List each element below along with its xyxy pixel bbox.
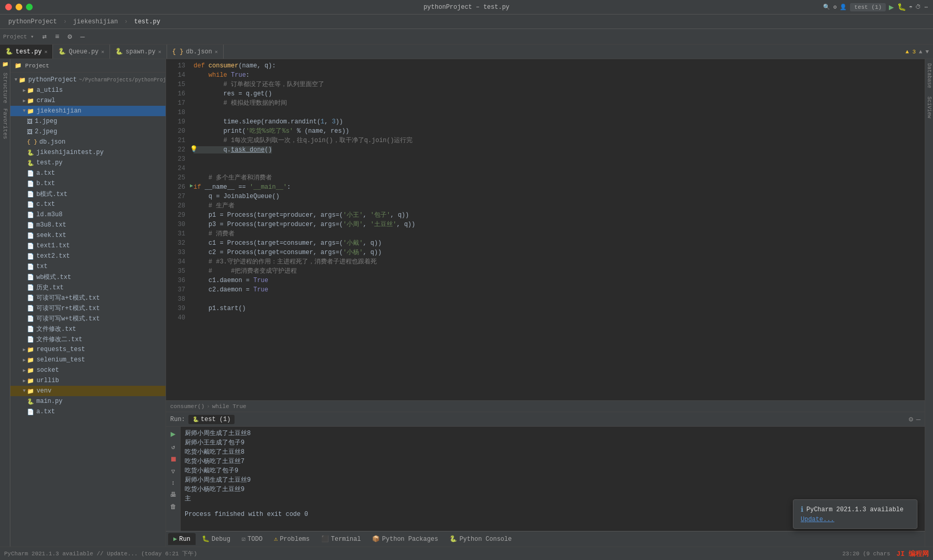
toolbar-icon-settings[interactable]: ⚙ (65, 31, 74, 42)
tab-problems[interactable]: ⚠ Problems (269, 533, 315, 545)
tree-jiekeshijian[interactable]: ▼ 📁 jiekeshijian (10, 106, 166, 116)
run-trash-icon[interactable]: 🗑 (170, 503, 176, 511)
search-icon[interactable]: 🔍 (823, 4, 830, 10)
run-collapse-icon[interactable]: — (916, 415, 921, 424)
run-play-icon[interactable]: ▶ (171, 429, 176, 439)
title-bar: pythonProject – test.py 🔍 ⚙ 👤 test (1) ▶… (0, 0, 933, 15)
window-controls (5, 4, 33, 10)
database-label[interactable]: Database (926, 59, 932, 92)
run-config[interactable]: test (1) (850, 3, 886, 11)
tree-testpy[interactable]: 🐍test.py (10, 158, 166, 168)
more-button[interactable]: ⋯ (924, 4, 928, 10)
user-icon[interactable]: 👤 (840, 4, 847, 10)
tree-filemod1[interactable]: 📄文件修改.txt (10, 324, 166, 334)
tab-db-json[interactable]: { } db.json ✕ (167, 45, 224, 59)
tree-wbmode[interactable]: 📄wb模式.txt (10, 272, 166, 282)
tab-close-queue[interactable]: ✕ (101, 49, 104, 55)
tree-ctxt[interactable]: 📄c.txt (10, 199, 166, 209)
tree-dbjson[interactable]: { }db.json (10, 137, 166, 147)
tree-1jpeg[interactable]: 🖼1.jpeg (10, 116, 166, 127)
tree-jikeshijaintest[interactable]: 🐍jikeshijaintest.py (10, 147, 166, 158)
run-print-icon[interactable]: 🖶 (170, 491, 176, 499)
tree-btxt[interactable]: 📄b.txt (10, 178, 166, 189)
toolbar-icon-2[interactable]: ≡ (53, 32, 61, 42)
tab-close-spawn[interactable]: ✕ (158, 49, 161, 55)
tree-mainpy[interactable]: 🐍main.py (10, 396, 166, 407)
code-area[interactable]: def consumer(name, q): while True: # 订单都… (189, 59, 925, 400)
tree-atxt2[interactable]: 📄a.txt (10, 407, 166, 417)
toolbar-icon-collapse[interactable]: — (78, 32, 87, 42)
coverage-button[interactable]: ☂ (909, 4, 913, 10)
run-filter-icon[interactable]: ▽ (171, 468, 175, 475)
tree-filemod2[interactable]: 📄文件修改二.txt (10, 334, 166, 344)
settings-icon[interactable]: ⚙ (833, 4, 837, 10)
tab-debug[interactable]: 🐛 Debug (197, 533, 236, 545)
tree-history[interactable]: 📄历史.txt (10, 282, 166, 292)
tab-queue-py[interactable]: 🐍 Queue.py ✕ (53, 45, 110, 59)
run-rerun-icon[interactable]: ↺ (171, 443, 175, 451)
tree-atxt[interactable]: 📄a.txt (10, 168, 166, 178)
editor-and-panels: 📁 Structure Favorites 📁 Project ▼ 📁 pyth… (0, 59, 933, 547)
notification-update-link[interactable]: Update... (801, 516, 834, 523)
maximize-button[interactable] (26, 4, 33, 10)
tree-txt[interactable]: 📄txt (10, 261, 166, 272)
tree-venv[interactable]: ▼ 📁 venv (10, 386, 166, 396)
sciview-label[interactable]: SciView (926, 92, 932, 122)
tree-root[interactable]: ▼ 📁 pythonProject ~/PycharmProjects/pyth… (10, 75, 166, 85)
tree-crawl[interactable]: ▶ 📁 crawl (10, 95, 166, 106)
tab-todo[interactable]: ☑ TODO (237, 533, 268, 545)
tree-text1[interactable]: 📄text1.txt (10, 241, 166, 251)
project-tab-file[interactable]: test.py (130, 17, 164, 26)
close-button[interactable] (5, 4, 12, 10)
code-editor[interactable]: 13 14 15 16 17 18 19 20 21 22 23 24 25 2… (166, 59, 925, 412)
project-panel-header: 📁 Project (10, 59, 166, 73)
breadcrumb-bar: consumer() › while True (166, 400, 925, 412)
run-tab-icon: ▶ (173, 535, 177, 543)
tree-2jpeg[interactable]: 🖼2.jpeg (10, 127, 166, 137)
center-panel: 13 14 15 16 17 18 19 20 21 22 23 24 25 2… (166, 59, 925, 547)
tree-seektxt[interactable]: 📄seek.txt (10, 230, 166, 241)
tree-read1[interactable]: 📄可读可写a+t模式.txt (10, 292, 166, 303)
run-scroll-icon[interactable]: ↕ (171, 480, 175, 487)
tab-close-db[interactable]: ✕ (215, 49, 218, 55)
run-tab-active[interactable]: 🐍 test (1) (188, 415, 235, 424)
run-button[interactable]: ▶ (889, 2, 894, 12)
tree-socket[interactable]: ▶ 📁 socket (10, 365, 166, 375)
run-stop-icon[interactable]: ⏹ (170, 455, 177, 464)
tree-m3u8txt[interactable]: 📄m3u8.txt (10, 220, 166, 230)
tree-urllib[interactable]: ▶ 📁 urllib (10, 375, 166, 386)
run-settings-icon[interactable]: ⚙ (909, 415, 913, 424)
tree-read2[interactable]: 📄可读可写r+t模式.txt (10, 303, 166, 313)
tab-spawn-py[interactable]: 🐍 spawn.py ✕ (110, 45, 167, 59)
scroll-up-icon[interactable]: ▲ (919, 49, 923, 55)
scroll-down-icon[interactable]: ▼ (925, 49, 929, 55)
tree-read3[interactable]: 📄可读可写w+t模式.txt (10, 313, 166, 324)
debug-button[interactable]: 🐛 (897, 3, 906, 11)
left-sidebar-icons: 📁 Structure Favorites (0, 59, 10, 547)
editor-tabs: 🐍 test.py ✕ 🐍 Queue.py ✕ 🐍 spawn.py ✕ { … (0, 45, 933, 59)
tab-python-packages[interactable]: 📦 Python Packages (367, 533, 443, 545)
tab-python-console[interactable]: 🐍 Python Console (444, 533, 517, 545)
tree-text2[interactable]: 📄text2.txt (10, 251, 166, 261)
terminal-tab-icon: ⬛ (321, 535, 329, 543)
toolbar-icon-1[interactable]: ⇄ (40, 31, 48, 42)
tree-a-utils[interactable]: ▶ 📁 a_utils (10, 85, 166, 95)
project-tab-folder[interactable]: jiekeshijian (69, 17, 122, 26)
tab-close-test-py[interactable]: ✕ (44, 49, 47, 55)
structure-label[interactable]: Structure (2, 73, 8, 103)
tab-run[interactable]: ▶ Run (168, 533, 196, 545)
tree-requests[interactable]: ▶ 📁 requests_test (10, 344, 166, 355)
tree-ldm3u8[interactable]: 📄ld.m3u8 (10, 209, 166, 220)
notification-popup: ℹ PyCharm 2021.1.3 available Update... (793, 499, 917, 529)
project-tab-root[interactable]: pythonProject (4, 17, 61, 26)
profile-button[interactable]: ⏱ (915, 4, 921, 10)
project-panel-icon[interactable]: 📁 (2, 61, 8, 67)
favorites-label[interactable]: Favorites (2, 108, 8, 139)
minimize-button[interactable] (16, 4, 22, 10)
breadcrumb-sep: › (207, 403, 210, 410)
tab-terminal[interactable]: ⬛ Terminal (316, 533, 366, 545)
line-numbers: 13 14 15 16 17 18 19 20 21 22 23 24 25 2… (166, 59, 189, 400)
tree-bmode[interactable]: 📄b模式.txt (10, 189, 166, 199)
tab-test-py[interactable]: 🐍 test.py ✕ (0, 45, 53, 59)
tree-selenium[interactable]: ▶ 📁 selenium_test (10, 355, 166, 365)
